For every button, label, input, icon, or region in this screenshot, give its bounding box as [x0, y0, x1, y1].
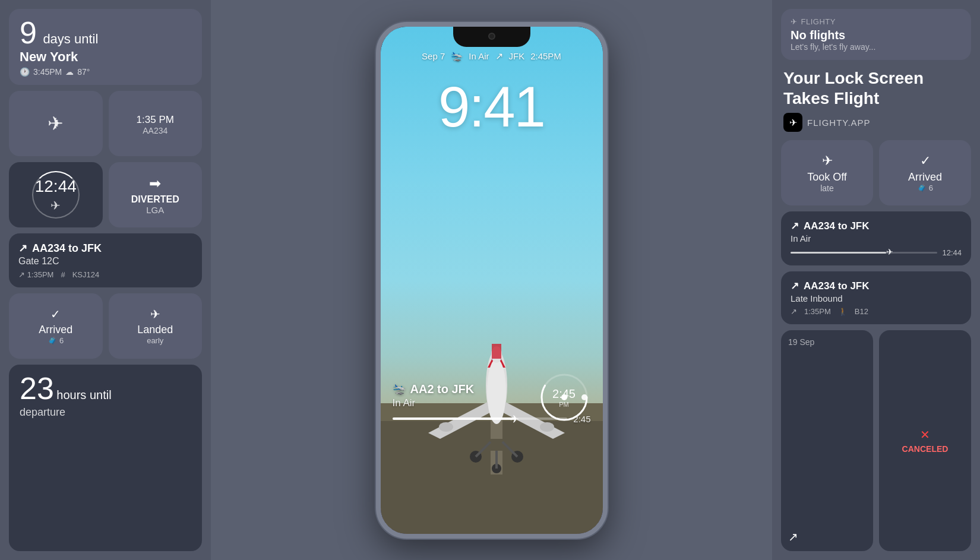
no-flights-subtitle: Let's fly, let's fly away...	[791, 42, 962, 52]
landed-label: Landed	[137, 324, 173, 336]
clock-time: 12:44	[35, 177, 77, 196]
status-arrow-icon: ↗	[495, 50, 503, 62]
cancel-icon: ✕	[920, 428, 930, 442]
departure-time: 3:45PM	[33, 67, 62, 77]
days-number: 9	[20, 15, 37, 50]
promo-app-name: FLIGHTY.APP	[807, 118, 871, 128]
small-widgets-row-1: ✈ 1:35 PM AA234	[9, 91, 202, 156]
took-off-sub: late	[820, 183, 834, 193]
landed-early-text: early	[147, 336, 163, 345]
camera-dot	[488, 33, 495, 40]
phone-clock: 9:41	[381, 74, 603, 140]
svg-point-23	[581, 394, 587, 400]
widget-arrived-right: ✓ Arrived 🧳 6	[879, 140, 971, 205]
route-icon-inair: ↗	[791, 220, 799, 232]
phone-notch	[453, 27, 530, 47]
route-text-late: AA234 to JFK	[804, 280, 870, 292]
sep19-cancelled-row: 19 Sep ↗ ✕ CANCELED	[781, 330, 971, 551]
clock-circle: 12:44 ✈	[32, 171, 80, 219]
took-off-plane-icon: ✈	[822, 153, 833, 169]
late-departure-icon: ↗	[791, 307, 797, 316]
landing-plane-icon: ✈	[50, 198, 61, 213]
circle-time: 2:45	[552, 387, 576, 400]
hours-label: hours until	[56, 388, 111, 401]
flight-code: KSJ124	[72, 270, 100, 279]
plane-icon-header: ✈	[791, 17, 798, 26]
status-in-air: In Air	[469, 51, 489, 61]
widget-arrived-left: ✓ Arrived 🧳 6	[9, 293, 103, 359]
route-text-left: AA234 to JFK	[32, 242, 102, 255]
flight-route-late: ↗ AA234 to JFK	[791, 280, 962, 292]
widget-landed: ✈ Landed early	[109, 293, 203, 359]
departure-label: departure	[20, 406, 191, 419]
diverted-label: DIVERTED	[131, 194, 179, 205]
progress-fill-mini	[791, 252, 886, 254]
cancel-label: CANCELED	[902, 444, 949, 454]
hours-number: 23	[20, 371, 54, 406]
status-date: Sep 7	[422, 51, 445, 61]
phone-progress-fill	[393, 417, 515, 420]
arrived-baggage: 🧳 6	[48, 336, 64, 345]
flight-progress-mini: ✈ 12:44	[791, 248, 962, 257]
status-airport: JFK	[509, 51, 525, 61]
flight-number-small: AA234	[143, 126, 167, 135]
destination-city: New York	[20, 49, 191, 65]
phone-progress-plane: ✈	[510, 413, 519, 426]
flight-route-left: ↗ AA234 to JFK	[18, 242, 192, 255]
status-arrival-time: 2:45PM	[530, 51, 561, 61]
right-panel: ✈ Flighty No flights Let's fly, let's fl…	[772, 0, 980, 560]
phone-center: Sep 7 🛬 In Air ↗ JFK 2:45PM 9:41	[211, 0, 772, 560]
status-plane-icon: 🛬	[451, 50, 463, 62]
late-inbound-status: Late Inbound	[791, 293, 962, 303]
circle-time-widget: 2:45 PM	[538, 371, 591, 424]
phone-screen: Sep 7 🛬 In Air ↗ JFK 2:45PM 9:41	[381, 27, 603, 534]
flight-time-mini: 12:44	[942, 248, 962, 257]
promo-app-row: ✈ FLIGHTY.APP	[783, 113, 969, 132]
days-label: days until	[43, 31, 98, 46]
widget-hours-until: 23 hours until departure	[9, 365, 202, 551]
left-panel: 9 days until New York 🕐 3:45PM ☁ 87° ✈ 1…	[0, 0, 211, 560]
diverted-icon: ➡	[149, 175, 161, 192]
sep19-date: 19 Sep	[788, 337, 866, 347]
widget-plane-icon: ✈	[9, 91, 103, 156]
widget-cancelled: ✕ CANCELED	[879, 330, 971, 551]
widget-late-inbound: ↗ AA234 to JFK Late Inbound ↗ 1:35PM 🚶 B…	[781, 271, 971, 324]
widget-flight-time: 1:35 PM AA234	[109, 91, 203, 156]
flight-meta-left: ↗ 1:35PM # KSJ124	[18, 270, 192, 279]
landed-plane-icon: ✈	[150, 307, 160, 321]
arrived-label: Arrived	[39, 324, 72, 336]
late-departure: 1:35PM	[804, 307, 831, 316]
gate-info: Gate 12C	[18, 256, 192, 267]
widget-flight-info-left: ↗ AA234 to JFK Gate 12C ↗ 1:35PM # KSJ12…	[9, 233, 202, 287]
no-flights-title: No flights	[791, 29, 962, 42]
departure-meta: ↗ 1:35PM	[18, 270, 53, 279]
arrived-landed-row: ✓ Arrived 🧳 6 ✈ Landed early	[9, 293, 202, 359]
hash-icon: #	[61, 270, 65, 279]
clock-diverted-row: 12:44 ✈ ➡ DIVERTED LGA	[9, 162, 202, 227]
phone-status-bar: Sep 7 🛬 In Air ↗ JFK 2:45PM	[393, 50, 591, 62]
progress-track-mini: ✈	[791, 252, 937, 254]
svg-rect-19	[492, 344, 501, 359]
widget-diverted: ➡ DIVERTED LGA	[109, 162, 203, 227]
widget-promo: Your Lock Screen Takes Flight ✈ FLIGHTY.…	[781, 66, 971, 134]
weather-icon: ☁	[65, 67, 74, 77]
widget-took-off: ✈ Took Off late	[781, 140, 873, 205]
arrived-right-label: Arrived	[908, 171, 942, 183]
clock-icon: 🕐	[20, 67, 30, 77]
arrived-check-icon: ✓	[50, 307, 61, 321]
flighty-app-icon: ✈	[783, 113, 802, 132]
phone-route-text: AA2 to JFK	[410, 382, 475, 396]
late-inbound-meta: ↗ 1:35PM 🚶 B12	[791, 307, 962, 316]
took-off-arrived-row: ✈ Took Off late ✓ Arrived 🧳 6	[781, 140, 971, 205]
flight-departure-time: 1:35 PM	[137, 114, 174, 126]
arrived-right-check: ✓	[920, 153, 931, 169]
widget-flight-inair: ↗ AA234 to JFK In Air ✈ 12:44	[781, 211, 971, 265]
widget-no-flights: ✈ Flighty No flights Let's fly, let's fl…	[781, 9, 971, 60]
phone-frame: Sep 7 🛬 In Air ↗ JFK 2:45PM 9:41	[376, 22, 608, 539]
late-gate: B12	[855, 307, 868, 316]
widget-clock: 12:44 ✈	[9, 162, 103, 227]
app-name: Flighty	[801, 17, 836, 26]
flight-status-inair: In Air	[791, 233, 962, 243]
circle-pm: PM	[552, 400, 576, 407]
no-flights-header: ✈ Flighty	[791, 17, 962, 26]
